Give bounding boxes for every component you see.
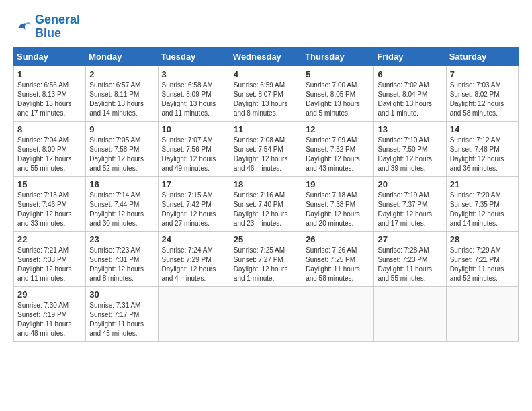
calendar-cell: 13Sunrise: 7:10 AM Sunset: 7:50 PM Dayli… xyxy=(374,121,446,176)
calendar-cell: 9Sunrise: 7:05 AM Sunset: 7:58 PM Daylig… xyxy=(86,121,158,176)
col-header-saturday: Saturday xyxy=(446,47,518,66)
logo-text: General Blue xyxy=(35,13,80,40)
day-info: Sunrise: 7:19 AM Sunset: 7:37 PM Dayligh… xyxy=(378,191,442,228)
day-number: 21 xyxy=(450,179,515,189)
logo-icon xyxy=(13,17,32,36)
day-info: Sunrise: 7:25 AM Sunset: 7:27 PM Dayligh… xyxy=(234,246,298,283)
col-header-wednesday: Wednesday xyxy=(230,47,302,66)
day-info: Sunrise: 7:02 AM Sunset: 8:04 PM Dayligh… xyxy=(378,81,442,118)
col-header-monday: Monday xyxy=(86,47,158,66)
day-number: 23 xyxy=(89,234,154,244)
day-number: 6 xyxy=(378,69,442,79)
calendar-cell: 14Sunrise: 7:12 AM Sunset: 7:48 PM Dayli… xyxy=(446,121,518,176)
calendar-cell: 29Sunrise: 7:30 AM Sunset: 7:19 PM Dayli… xyxy=(14,286,86,341)
calendar-cell: 2Sunrise: 6:57 AM Sunset: 8:11 PM Daylig… xyxy=(86,66,158,121)
day-number: 30 xyxy=(89,289,154,300)
calendar-cell xyxy=(302,286,374,341)
day-number: 29 xyxy=(17,289,82,300)
week-row-5: 29Sunrise: 7:30 AM Sunset: 7:19 PM Dayli… xyxy=(14,286,519,341)
day-number: 1 xyxy=(17,69,82,79)
calendar-cell: 3Sunrise: 6:58 AM Sunset: 8:09 PM Daylig… xyxy=(158,66,230,121)
day-info: Sunrise: 7:15 AM Sunset: 7:42 PM Dayligh… xyxy=(162,191,226,228)
day-info: Sunrise: 6:57 AM Sunset: 8:11 PM Dayligh… xyxy=(89,81,154,118)
logo: General Blue xyxy=(13,13,80,40)
day-number: 18 xyxy=(234,179,298,189)
col-header-sunday: Sunday xyxy=(14,47,86,66)
calendar-cell: 5Sunrise: 7:00 AM Sunset: 8:05 PM Daylig… xyxy=(302,66,374,121)
calendar-cell: 11Sunrise: 7:08 AM Sunset: 7:54 PM Dayli… xyxy=(230,121,302,176)
day-number: 8 xyxy=(17,124,82,134)
calendar-cell: 12Sunrise: 7:09 AM Sunset: 7:52 PM Dayli… xyxy=(302,121,374,176)
calendar-cell: 25Sunrise: 7:25 AM Sunset: 7:27 PM Dayli… xyxy=(230,231,302,286)
day-info: Sunrise: 7:18 AM Sunset: 7:38 PM Dayligh… xyxy=(306,191,370,228)
day-number: 17 xyxy=(162,179,226,189)
calendar-cell xyxy=(374,286,446,341)
calendar-cell: 16Sunrise: 7:14 AM Sunset: 7:44 PM Dayli… xyxy=(86,176,158,231)
day-info: Sunrise: 7:12 AM Sunset: 7:48 PM Dayligh… xyxy=(450,136,515,173)
day-info: Sunrise: 7:00 AM Sunset: 8:05 PM Dayligh… xyxy=(306,81,370,118)
calendar-cell: 7Sunrise: 7:03 AM Sunset: 8:02 PM Daylig… xyxy=(446,66,518,121)
day-number: 25 xyxy=(234,234,298,244)
day-info: Sunrise: 7:07 AM Sunset: 7:56 PM Dayligh… xyxy=(162,136,226,173)
day-number: 13 xyxy=(378,124,442,134)
day-number: 22 xyxy=(17,234,82,244)
day-info: Sunrise: 6:59 AM Sunset: 8:07 PM Dayligh… xyxy=(234,81,298,118)
calendar-cell: 26Sunrise: 7:26 AM Sunset: 7:25 PM Dayli… xyxy=(302,231,374,286)
day-info: Sunrise: 7:08 AM Sunset: 7:54 PM Dayligh… xyxy=(234,136,298,173)
day-info: Sunrise: 7:09 AM Sunset: 7:52 PM Dayligh… xyxy=(306,136,370,173)
calendar-cell: 6Sunrise: 7:02 AM Sunset: 8:04 PM Daylig… xyxy=(374,66,446,121)
day-number: 10 xyxy=(162,124,226,134)
calendar-cell: 22Sunrise: 7:21 AM Sunset: 7:33 PM Dayli… xyxy=(14,231,86,286)
day-number: 3 xyxy=(162,69,226,79)
day-number: 26 xyxy=(306,234,370,244)
day-number: 19 xyxy=(306,179,370,189)
calendar-cell: 27Sunrise: 7:28 AM Sunset: 7:23 PM Dayli… xyxy=(374,231,446,286)
day-info: Sunrise: 7:04 AM Sunset: 8:00 PM Dayligh… xyxy=(17,136,82,173)
day-info: Sunrise: 7:23 AM Sunset: 7:31 PM Dayligh… xyxy=(89,246,154,283)
day-info: Sunrise: 6:58 AM Sunset: 8:09 PM Dayligh… xyxy=(162,81,226,118)
day-info: Sunrise: 7:26 AM Sunset: 7:25 PM Dayligh… xyxy=(306,246,370,283)
day-number: 27 xyxy=(378,234,442,244)
col-header-thursday: Thursday xyxy=(302,47,374,66)
day-info: Sunrise: 7:14 AM Sunset: 7:44 PM Dayligh… xyxy=(89,191,154,228)
calendar-cell: 19Sunrise: 7:18 AM Sunset: 7:38 PM Dayli… xyxy=(302,176,374,231)
calendar-cell: 30Sunrise: 7:31 AM Sunset: 7:17 PM Dayli… xyxy=(86,286,158,341)
day-number: 2 xyxy=(89,69,154,79)
day-info: Sunrise: 7:30 AM Sunset: 7:19 PM Dayligh… xyxy=(17,301,82,338)
day-info: Sunrise: 7:31 AM Sunset: 7:17 PM Dayligh… xyxy=(89,301,154,338)
calendar-cell: 17Sunrise: 7:15 AM Sunset: 7:42 PM Dayli… xyxy=(158,176,230,231)
calendar-cell: 28Sunrise: 7:29 AM Sunset: 7:21 PM Dayli… xyxy=(446,231,518,286)
calendar-cell xyxy=(158,286,230,341)
day-number: 24 xyxy=(162,234,226,244)
day-info: Sunrise: 7:28 AM Sunset: 7:23 PM Dayligh… xyxy=(378,246,442,283)
calendar-table: SundayMondayTuesdayWednesdayThursdayFrid… xyxy=(13,47,519,342)
calendar-cell: 24Sunrise: 7:24 AM Sunset: 7:29 PM Dayli… xyxy=(158,231,230,286)
calendar-cell xyxy=(230,286,302,341)
page-header: General Blue xyxy=(13,13,519,40)
day-number: 4 xyxy=(234,69,298,79)
day-number: 20 xyxy=(378,179,442,189)
calendar-cell: 8Sunrise: 7:04 AM Sunset: 8:00 PM Daylig… xyxy=(14,121,86,176)
calendar-cell: 20Sunrise: 7:19 AM Sunset: 7:37 PM Dayli… xyxy=(374,176,446,231)
day-number: 28 xyxy=(450,234,515,244)
day-info: Sunrise: 7:29 AM Sunset: 7:21 PM Dayligh… xyxy=(450,246,515,283)
calendar-cell: 4Sunrise: 6:59 AM Sunset: 8:07 PM Daylig… xyxy=(230,66,302,121)
day-number: 7 xyxy=(450,69,515,79)
day-number: 16 xyxy=(89,179,154,189)
day-number: 15 xyxy=(17,179,82,189)
day-info: Sunrise: 7:10 AM Sunset: 7:50 PM Dayligh… xyxy=(378,136,442,173)
day-info: Sunrise: 7:13 AM Sunset: 7:46 PM Dayligh… xyxy=(17,191,82,228)
day-number: 5 xyxy=(306,69,370,79)
day-info: Sunrise: 7:03 AM Sunset: 8:02 PM Dayligh… xyxy=(450,81,515,118)
day-info: Sunrise: 6:56 AM Sunset: 8:13 PM Dayligh… xyxy=(17,81,82,118)
col-header-friday: Friday xyxy=(374,47,446,66)
calendar-cell xyxy=(446,286,518,341)
day-number: 14 xyxy=(450,124,515,134)
calendar-cell: 15Sunrise: 7:13 AM Sunset: 7:46 PM Dayli… xyxy=(14,176,86,231)
day-info: Sunrise: 7:05 AM Sunset: 7:58 PM Dayligh… xyxy=(89,136,154,173)
week-row-2: 8Sunrise: 7:04 AM Sunset: 8:00 PM Daylig… xyxy=(14,121,519,176)
week-row-3: 15Sunrise: 7:13 AM Sunset: 7:46 PM Dayli… xyxy=(14,176,519,231)
week-row-4: 22Sunrise: 7:21 AM Sunset: 7:33 PM Dayli… xyxy=(14,231,519,286)
day-number: 11 xyxy=(234,124,298,134)
day-info: Sunrise: 7:21 AM Sunset: 7:33 PM Dayligh… xyxy=(17,246,82,283)
